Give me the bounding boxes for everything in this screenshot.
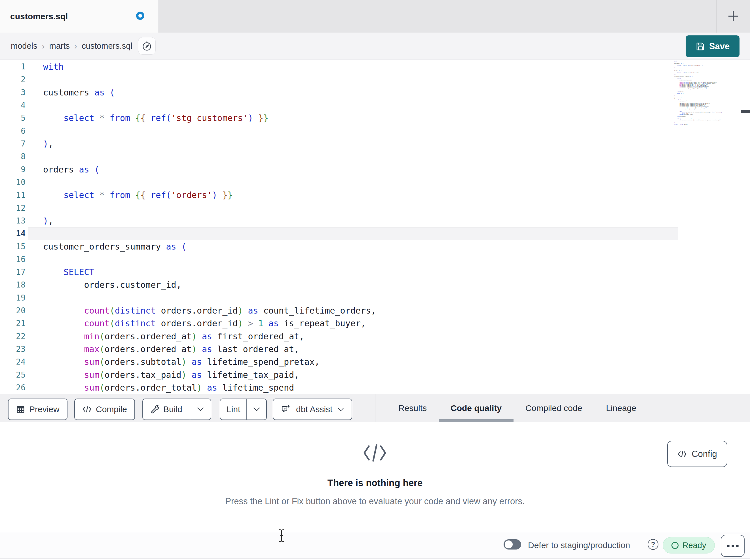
code-text: min(orders.ordered_at) as first_ordered_… [43, 331, 304, 341]
line-number: 18 [0, 280, 25, 290]
breadcrumb-item-marts[interactable]: marts [50, 41, 70, 51]
line-number: 17 [0, 267, 25, 277]
code-line[interactable]: 26 sum(orders.order_total) as lifetime_s… [0, 381, 750, 394]
line-number: 8 [0, 152, 25, 161]
lint-dropdown-button[interactable] [247, 399, 266, 419]
line-number: 12 [0, 203, 25, 213]
unsaved-changes-dot-icon [136, 12, 144, 20]
code-text: customers as ( [43, 87, 115, 98]
code-brackets-icon [677, 450, 687, 458]
config-button[interactable]: Config [667, 441, 727, 467]
scrollbar-cursor-marker[interactable] [741, 110, 750, 113]
code-line[interactable]: 18 orders.customer_id, [0, 278, 750, 291]
code-line[interactable]: 16 [0, 253, 750, 266]
line-number: 7 [0, 139, 25, 148]
breadcrumb-item-models[interactable]: models [11, 41, 37, 51]
tab-compiled-code[interactable]: Compiled code [514, 394, 594, 422]
dot-icon [732, 545, 734, 547]
code-text: select * from {{ ref('orders') }} [43, 190, 233, 200]
assist-chat-sparkle-icon [281, 404, 291, 414]
build-dropdown-button[interactable] [190, 399, 211, 419]
line-number: 15 [0, 242, 25, 251]
build-split-button: Build [142, 398, 211, 420]
code-text: ), [43, 139, 53, 149]
code-text: select * from {{ ref('stg_customers') }} [43, 113, 269, 123]
line-number: 25 [0, 370, 25, 379]
config-button-label: Config [692, 449, 717, 459]
line-number: 10 [0, 178, 25, 187]
code-line[interactable]: 10 [0, 176, 750, 189]
preview-button-label: Preview [29, 405, 60, 414]
action-toolbar: Preview Compile Build [0, 394, 750, 422]
code-line[interactable]: 20 count(distinct orders.order_id) as co… [0, 304, 750, 317]
code-line[interactable]: 4 [0, 99, 750, 111]
code-line[interactable]: 21 count(distinct orders.order_id) > 1 a… [0, 317, 750, 330]
editor-tab-bar: customers.sql [0, 0, 750, 33]
toggle-knob [505, 540, 513, 548]
code-line[interactable]: 12 [0, 201, 750, 214]
minimap[interactable]: withcustomers as ( select * from {{ ref(… [674, 61, 739, 126]
code-text: orders.customer_id, [43, 280, 181, 290]
status-badge-label: Ready [683, 541, 706, 550]
explore-lineage-button[interactable] [138, 37, 156, 55]
build-button[interactable]: Build [143, 399, 190, 419]
status-bar: Defer to staging/production ? Ready [0, 532, 750, 559]
code-line[interactable]: 8 [0, 150, 750, 163]
tab-customers-sql[interactable]: customers.sql [0, 0, 158, 33]
chevron-right-icon: › [74, 41, 77, 51]
code-text: SELECT [43, 267, 94, 277]
new-tab-button[interactable] [724, 7, 742, 25]
code-line[interactable]: 2 [0, 73, 750, 86]
code-line[interactable]: 13), [0, 214, 750, 227]
defer-label: Defer to staging/production [528, 532, 630, 558]
code-line[interactable]: 23 max(orders.ordered_at) as last_ordere… [0, 343, 750, 355]
defer-toggle[interactable] [504, 539, 521, 549]
code-line[interactable]: 25 sum(orders.tax_paid) as lifetime_tax_… [0, 369, 750, 381]
code-line[interactable]: 17 SELECT [0, 266, 750, 278]
tab-lineage[interactable]: Lineage [594, 394, 648, 422]
tab-results[interactable]: Results [387, 394, 439, 422]
code-line[interactable]: 19 [0, 291, 750, 304]
line-number: 13 [0, 216, 25, 226]
tab-title: customers.sql [10, 0, 68, 33]
code-line[interactable]: 6 [0, 125, 750, 138]
code-text: customer_orders_summary as ( [43, 242, 186, 251]
status-badge[interactable]: Ready [663, 537, 715, 554]
line-number: 26 [0, 383, 25, 392]
line-number: 16 [0, 255, 25, 264]
code-line[interactable]: 1with [0, 60, 750, 73]
code-line[interactable]: 22 min(orders.ordered_at) as first_order… [0, 330, 750, 343]
wrench-icon [150, 405, 159, 414]
code-editor[interactable]: 1with23customers as (45 select * from {{… [0, 60, 750, 394]
code-line[interactable]: 3customers as ( [0, 86, 750, 99]
code-line[interactable]: 5 select * from {{ ref('stg_customers') … [0, 111, 750, 124]
tab-compiled-code-label: Compiled code [526, 403, 582, 413]
code-line[interactable]: 7), [0, 138, 750, 150]
tab-code-quality[interactable]: Code quality [439, 394, 514, 422]
chevron-down-icon [253, 407, 260, 412]
lint-button[interactable]: Lint [220, 399, 246, 419]
code-line[interactable]: 11 select * from {{ ref('orders') }} [0, 189, 750, 201]
more-options-button[interactable] [721, 535, 745, 557]
line-number: 4 [0, 101, 25, 110]
empty-state-title: There is nothing here [0, 478, 750, 488]
breadcrumb: models › marts › customers.sql [11, 33, 133, 60]
compile-button[interactable]: Compile [74, 398, 135, 420]
line-number: 14 [0, 229, 25, 238]
code-line[interactable]: 9orders as ( [0, 163, 750, 176]
line-number: 20 [0, 306, 25, 315]
dot-icon [736, 545, 739, 547]
code-text: sum(orders.subtotal) as lifetime_spend_p… [43, 357, 320, 367]
code-line[interactable]: 14 [0, 227, 750, 240]
plus-icon [727, 10, 739, 22]
code-text: with [43, 62, 63, 72]
save-button[interactable]: Save [686, 36, 739, 57]
code-line[interactable]: 15customer_orders_summary as ( [0, 240, 750, 253]
code-rows: 1with23customers as (45 select * from {{… [0, 60, 750, 394]
preview-button[interactable]: Preview [8, 398, 67, 420]
dbt-assist-button[interactable]: dbt Assist [273, 398, 352, 420]
code-text: count(distinct orders.order_id) as count… [43, 306, 376, 315]
code-line[interactable]: 24 sum(orders.subtotal) as lifetime_spen… [0, 355, 750, 368]
help-icon[interactable]: ? [648, 539, 658, 550]
ibeam-cursor-icon [278, 529, 285, 544]
